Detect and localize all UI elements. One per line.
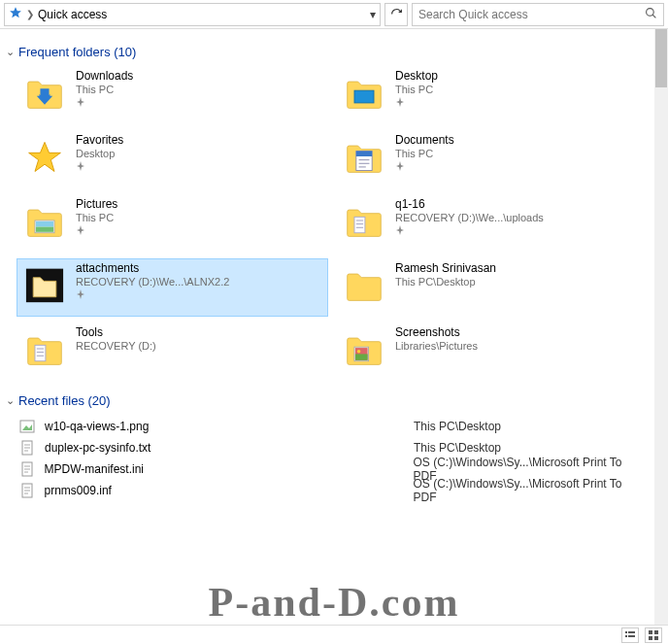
folder-item[interactable]: Tools RECOVERY (D:) xyxy=(17,323,327,380)
content-area: ⌄ Frequent folders (10) Downloads This P… xyxy=(0,29,654,644)
frequent-label: Frequent folders (10) xyxy=(18,45,136,59)
view-details-button[interactable] xyxy=(621,627,639,643)
search-icon xyxy=(639,7,663,22)
svg-rect-47 xyxy=(628,635,635,637)
folder-name: q1-16 xyxy=(395,197,544,211)
folder-pics-icon xyxy=(341,325,387,372)
folder-dark-icon xyxy=(21,261,68,308)
file-path: This PC\Desktop xyxy=(414,441,501,455)
view-tiles-button[interactable] xyxy=(645,627,662,643)
folder-item[interactable]: q1-16 RECOVERY (D:)\We...\uploads xyxy=(337,195,647,252)
folder-item[interactable]: Favorites Desktop xyxy=(17,131,327,187)
chevron-down-icon: ⌄ xyxy=(6,394,15,407)
svg-point-29 xyxy=(357,350,361,354)
favorites-icon xyxy=(21,133,68,180)
recent-list: w10-qa-views-1.png This PC\Desktop duple… xyxy=(8,416,647,501)
folder-name: Downloads xyxy=(76,69,133,83)
desktop-icon xyxy=(341,69,387,116)
chevron-right-icon: ❯ xyxy=(22,9,38,19)
svg-rect-14 xyxy=(36,226,53,231)
folder-path: RECOVERY (D:) xyxy=(76,340,156,352)
file-icon xyxy=(17,460,37,478)
folder-path: RECOVERY (D:)\We...\ALNX2.2 xyxy=(76,276,229,288)
pin-icon xyxy=(395,161,454,173)
svg-line-2 xyxy=(652,15,655,17)
recent-file-row[interactable]: w10-qa-views-1.png This PC\Desktop xyxy=(8,416,647,437)
folder-item[interactable]: Screenshots Libraries\Pictures xyxy=(337,323,647,380)
downloads-icon xyxy=(21,69,68,116)
folder-item[interactable]: Downloads This PC xyxy=(17,67,327,123)
scrollbar[interactable] xyxy=(654,29,668,644)
folder-item[interactable]: Desktop This PC xyxy=(337,67,647,123)
svg-rect-5 xyxy=(354,90,374,103)
folder-docs-icon xyxy=(21,325,68,372)
quick-access-icon xyxy=(9,6,22,22)
svg-marker-0 xyxy=(10,7,21,17)
address-bar[interactable]: ❯ Quick access ▾ xyxy=(4,3,381,26)
file-icon xyxy=(17,482,37,499)
pin-icon xyxy=(76,161,123,173)
folder-path: This PC xyxy=(76,84,133,95)
file-path: This PC\Desktop xyxy=(414,420,501,433)
folder-path: This PC xyxy=(395,148,454,159)
folders-grid: Downloads This PC Desktop This PC Favori… xyxy=(8,67,647,380)
svg-rect-48 xyxy=(649,630,652,634)
svg-point-1 xyxy=(647,8,654,16)
folder-name: Tools xyxy=(76,325,156,339)
pin-icon xyxy=(395,225,544,237)
scrollbar-thumb[interactable] xyxy=(655,29,667,87)
recent-group-header[interactable]: ⌄ Recent files (20) xyxy=(6,393,647,408)
svg-rect-16 xyxy=(36,221,53,226)
folder-name: attachments xyxy=(76,261,229,275)
dropdown-icon[interactable]: ▾ xyxy=(370,8,376,21)
svg-rect-17 xyxy=(354,217,365,232)
svg-marker-7 xyxy=(29,142,61,171)
pin-icon xyxy=(76,289,229,301)
toolbar: ❯ Quick access ▾ xyxy=(0,0,668,29)
folder-docs-icon xyxy=(341,197,387,244)
svg-rect-50 xyxy=(649,636,652,640)
frequent-group-header[interactable]: ⌄ Frequent folders (10) xyxy=(6,45,647,59)
pin-icon xyxy=(76,97,133,109)
folder-path: This PC xyxy=(76,212,117,223)
svg-rect-9 xyxy=(356,152,372,156)
folder-name: Pictures xyxy=(76,197,117,211)
svg-rect-49 xyxy=(654,630,658,634)
folder-name: Favorites xyxy=(76,133,123,147)
pin-icon xyxy=(76,225,117,237)
svg-rect-44 xyxy=(625,631,627,633)
file-name: MPDW-manifest.ini xyxy=(45,462,414,476)
file-name: duplex-pc-sysinfo.txt xyxy=(45,441,414,455)
search-input[interactable] xyxy=(413,8,639,21)
folder-icon xyxy=(341,261,387,308)
pin-icon xyxy=(395,97,438,109)
folder-item[interactable]: Pictures This PC xyxy=(17,195,327,252)
recent-file-row[interactable]: prnms009.inf OS (C:)\Windows\Sy...\Micro… xyxy=(8,480,647,501)
folder-name: Desktop xyxy=(395,69,438,83)
folder-name: Documents xyxy=(395,133,454,147)
folder-item[interactable]: attachments RECOVERY (D:)\We...\ALNX2.2 xyxy=(17,259,327,316)
statusbar xyxy=(0,625,668,644)
refresh-button[interactable] xyxy=(384,3,408,26)
file-icon xyxy=(17,418,37,435)
folder-item[interactable]: Ramesh Srinivasan This PC\Desktop xyxy=(337,259,647,316)
folder-path: This PC\Desktop xyxy=(395,276,496,288)
svg-rect-46 xyxy=(625,635,627,637)
folder-path: RECOVERY (D:)\We...\uploads xyxy=(395,212,544,223)
svg-rect-51 xyxy=(654,636,658,640)
folder-name: Screenshots xyxy=(395,325,478,339)
folder-path: This PC xyxy=(395,84,438,95)
folder-name: Ramesh Srinivasan xyxy=(395,261,496,275)
documents-icon xyxy=(341,133,387,180)
file-name: w10-qa-views-1.png xyxy=(45,420,414,433)
search-box[interactable] xyxy=(412,3,664,26)
recent-label: Recent files (20) xyxy=(18,393,111,408)
svg-rect-22 xyxy=(35,345,46,360)
file-icon xyxy=(17,439,37,457)
svg-rect-45 xyxy=(628,631,635,633)
folder-item[interactable]: Documents This PC xyxy=(337,131,647,187)
folder-path: Libraries\Pictures xyxy=(395,340,478,352)
file-path: OS (C:)\Windows\Sy...\Microsoft Print To… xyxy=(414,477,643,504)
svg-rect-28 xyxy=(355,354,368,359)
chevron-down-icon: ⌄ xyxy=(6,46,15,58)
